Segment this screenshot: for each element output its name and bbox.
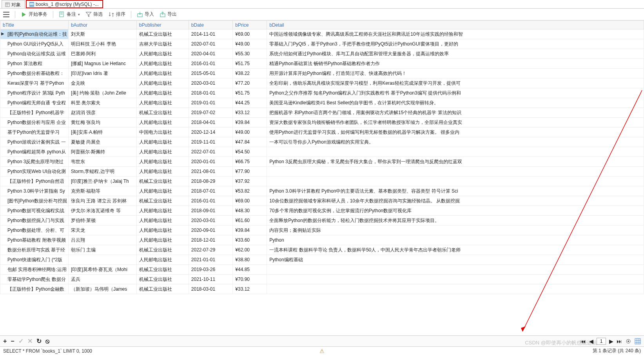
cell-bpublisher[interactable]: 机械工业出版社 (136, 108, 189, 118)
cell-bauthor[interactable]: [美] 约翰·策勒（John Zelle (68, 88, 136, 98)
cell-bdate[interactable]: 2021-08-01 (189, 167, 233, 177)
table-row[interactable]: 包邮 实用卷积神经网络:运用[印度]莫希特·赛瓦克（Mohi机械工业出版社201… (0, 265, 644, 275)
cell-bpublisher[interactable]: 人民邮电出版社 (136, 216, 189, 226)
cell-bdate[interactable]: 2020-01-01 (189, 157, 233, 167)
cell-bprice[interactable]: ¥54.50 (233, 147, 267, 157)
table-row[interactable]: Python快速编程入门 (*2版人民邮电出版社2021-01-01¥38.80… (0, 255, 644, 265)
cell-bprice[interactable]: ¥48.30 (233, 206, 267, 216)
cell-bdetail[interactable]: 一本可以引导你步入Python游戏编程的实用宝典。 (267, 137, 644, 147)
cell-bauthor[interactable]: 孟兵 (68, 275, 136, 284)
cell-bauthor[interactable] (68, 255, 136, 265)
cell-bauthor[interactable]: [挪威] Magnus Lie Hetlanc (68, 59, 136, 69)
cell-btitle[interactable]: 【正版特价】Python机器学 (0, 108, 69, 118)
cell-bdate[interactable]: 2014-11-01 (189, 29, 233, 39)
table-row[interactable]: [图书]Python自动化运维：技刘天斯机械工业出版社2014-11-01¥69… (0, 29, 644, 39)
table-row[interactable]: Python数据分析与应用 企业黄红梅 张良均人民邮电出版社2018-04-01… (0, 118, 644, 127)
cell-btitle[interactable]: Python 3.0科学计算指南 Sy (0, 186, 69, 196)
table-row[interactable]: 【正版特价】Python机器学赵涓涓 强彦机械工业出版社2019-07-02¥3… (0, 108, 644, 118)
cell-bpublisher[interactable]: 人民邮电出版社 (136, 88, 189, 98)
cell-bdetail[interactable]: Python编程基础 (267, 255, 644, 265)
cell-bdate[interactable]: 2019-01-01 (189, 98, 233, 108)
table-row[interactable]: Python 3.0科学计算指南 Sy克劳斯·福勒等人民邮电出版社2018-07… (0, 186, 644, 196)
cell-bprice[interactable]: ¥53.82 (233, 186, 267, 196)
cell-bprice[interactable]: ¥49.00 (233, 127, 267, 137)
cell-bdetail[interactable]: Python 3.0科学计算教程 Python中的主要语法元素、基本数据类型、容… (267, 186, 644, 196)
export-button[interactable]: 导出 (160, 11, 177, 18)
cell-bauthor[interactable]: [美]安库·A.帕特 (68, 127, 136, 137)
cell-btitle[interactable]: Keras深度学习 基于Python (0, 78, 69, 88)
cell-bauthor[interactable]: 刘天斯 (68, 29, 136, 39)
cell-btitle[interactable]: Python编程无师自通 专业程 (0, 98, 69, 108)
cell-bdetail[interactable]: 用开源计算库开始Python编程，打造简洁可读、快速高效的代码！ (267, 69, 644, 78)
cell-bdetail[interactable]: 一流本科课程 数据科学导论 负责人，数据科学50人，中国人民大学青年杰出学者朝乐… (267, 245, 644, 255)
cell-bauthor[interactable]: Storm,李鲲程,边宇明 (68, 167, 136, 177)
data-grid[interactable]: bTitle bAuthor bPublisher bDate bPrice b… (0, 20, 644, 335)
cell-bdate[interactable]: 2018-01-01 (189, 88, 233, 98)
cell-bauthor[interactable]: 科里·奥尔索夫 (68, 98, 136, 108)
table-row[interactable]: Python编程无师自通 专业程科里·奥尔索夫人民邮电出版社2019-01-01… (0, 98, 644, 108)
table-row[interactable]: Python数据挖掘入门与实践罗伯特·莱顿人民邮电出版社2020-03-01¥6… (0, 216, 644, 226)
cell-bauthor[interactable]: 赵涓涓 强彦 (68, 108, 136, 118)
cell-bprice[interactable]: ¥77.20 (233, 78, 267, 88)
cell-bprice[interactable]: ¥33.12 (233, 108, 267, 118)
cell-bauthor[interactable]: 伊戈尔·米洛瓦诺维奇 等 (68, 206, 136, 216)
cell-bdetail[interactable]: 内容实用；案例贴近实际 (267, 226, 644, 235)
col-bauthor[interactable]: bAuthor (68, 21, 136, 29)
cell-bdate[interactable]: 2019-11-01 (189, 137, 233, 147)
cell-bdetail[interactable]: 把握机器学 和Python语言两个热门领域，用案例驱动方式讲解15个经典的机器学… (267, 108, 644, 118)
cell-bpublisher[interactable]: 人民邮电出版社 (136, 235, 189, 245)
cell-bauthor[interactable]: 朝乐门 主编 (68, 245, 136, 255)
cell-bdetail[interactable]: 零基础入门PyQt5，基于Python3，手把手教你使用PyQt5设计Pytho… (267, 39, 644, 49)
cell-bprice[interactable]: ¥61.60 (233, 216, 267, 226)
cell-btitle[interactable]: Python游戏设计案例实战 一 (0, 137, 69, 147)
cell-btitle[interactable]: Python基础教程 附教学视频 (0, 235, 69, 245)
cell-bauthor[interactable]: 阿普丽尔·斯佩特 (68, 147, 136, 157)
cell-btitle[interactable]: 包邮 实用卷积神经网络:运用 (0, 265, 69, 275)
cell-bpublisher[interactable]: 中国电力出版社 (136, 127, 189, 137)
cell-bpublisher[interactable]: 人民邮电出版社 (136, 118, 189, 127)
cell-bprice[interactable]: ¥55.30 (233, 49, 267, 59)
cell-bdate[interactable]: 2015-05-01 (189, 69, 233, 78)
cell-bprice[interactable]: ¥69.00 (233, 196, 267, 206)
cell-bdetail[interactable]: 使用Python进行无监督学习实践，如何编写利用无标签数据的机器学习解决方案。 … (267, 127, 644, 137)
table-row[interactable]: Python 算法教程[挪威] Magnus Lie Hetlanc人民邮电出版… (0, 59, 644, 69)
cell-bdate[interactable]: 2018-09-01 (189, 206, 233, 216)
cell-bprice[interactable]: ¥66.75 (233, 157, 267, 167)
cell-bdate[interactable]: 2016-01-01 (189, 196, 233, 206)
cell-bpublisher[interactable]: 机械工业出版社 (136, 29, 189, 39)
sort-button[interactable]: 排序 (108, 11, 125, 18)
cell-bpublisher[interactable]: 人民邮电出版社 (136, 147, 189, 157)
cell-btitle[interactable]: 零基础学Python爬虫 数据分 (0, 275, 69, 284)
apply-button[interactable]: ✓ (18, 338, 24, 344)
cell-bprice[interactable]: ¥39.84 (233, 118, 267, 127)
table-row[interactable]: Python 3反爬虫原理与绕过韦世东人民邮电出版社2020-01-01¥66.… (0, 157, 644, 167)
table-row[interactable]: Python实现Web UI自动化测Storm,李鲲程,边宇明人民邮电出版社20… (0, 167, 644, 177)
table-row[interactable]: 【正版特价】Python金融数（新加坡）马伟明（James机械工业出版社2018… (0, 284, 644, 294)
cell-bprice[interactable]: ¥47.84 (233, 137, 267, 147)
cell-bdate[interactable]: 2018-08-29 (189, 177, 233, 186)
cell-bdate[interactable]: 2021-01-01 (189, 255, 233, 265)
cell-bpublisher[interactable]: 机械工业出版社 (136, 196, 189, 206)
cell-bauthor[interactable]: （新加坡）马伟明（James (68, 284, 136, 294)
cell-bauthor[interactable]: [印度]莫希特·赛瓦克（Mohi (68, 265, 136, 275)
cell-bdate[interactable]: 2018-03-01 (189, 284, 233, 294)
cell-bpublisher[interactable]: 人民邮电出版社 (136, 167, 189, 177)
last-page-button[interactable]: ⏭ (617, 338, 622, 344)
cell-bpublisher[interactable]: 人民邮电出版社 (136, 78, 189, 88)
hamburger-menu[interactable] (3, 12, 9, 17)
cell-bprice[interactable]: ¥33.60 (233, 235, 267, 245)
cell-bprice[interactable]: ¥51.75 (233, 88, 267, 98)
cell-bdetail[interactable] (267, 167, 644, 177)
cell-bpublisher[interactable]: 人民邮电出版社 (136, 69, 189, 78)
cell-bprice[interactable]: ¥33.12 (233, 284, 267, 294)
stop-button[interactable]: ⦸ (45, 338, 49, 344)
table-row[interactable]: 数据分析原理与实践 基于经朝乐门 主编机械工业出版社2022-07-29¥62.… (0, 245, 644, 255)
cell-bauthor[interactable]: 宋天龙 (68, 226, 136, 235)
cell-bpublisher[interactable]: 人民邮电出版社 (136, 49, 189, 59)
next-page-button[interactable]: ▶ (609, 338, 613, 344)
col-bdetail[interactable]: bDetail (267, 21, 644, 29)
cell-btitle[interactable]: Python数据分析与应用 企业 (0, 118, 69, 127)
cell-bpublisher[interactable]: 人民邮电出版社 (136, 59, 189, 69)
col-btitle[interactable]: bTitle (0, 21, 69, 29)
cell-btitle[interactable]: 基于Python的无监督学习 (0, 127, 69, 137)
